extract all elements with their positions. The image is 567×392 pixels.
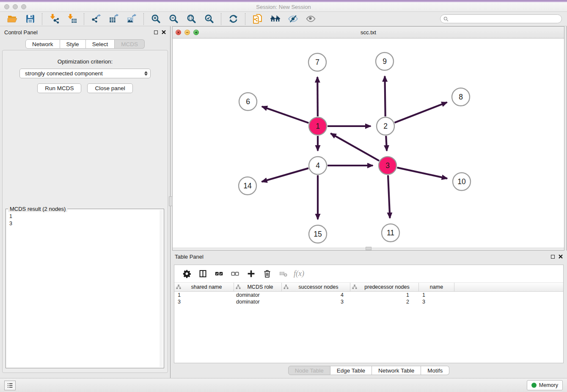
horizontal-divider-grip[interactable] [366, 247, 372, 250]
show-panels-button[interactable] [304, 13, 317, 25]
graph-edge-2-9[interactable] [385, 76, 385, 116]
table-row[interactable]: 3dominator323 [174, 298, 563, 305]
function-builder-button[interactable]: f(x) [294, 269, 304, 278]
show-column-panel-button[interactable] [196, 268, 209, 280]
run-mcds-button[interactable]: Run MCDS [37, 83, 81, 93]
delete-row-button[interactable] [261, 268, 273, 280]
export-table-button[interactable] [107, 13, 120, 25]
column-hierarchy-icon [236, 284, 241, 290]
show-networks-home-button[interactable] [269, 13, 281, 25]
import-table-button[interactable] [66, 13, 78, 25]
import-table-icon [67, 14, 77, 24]
float-panel-icon[interactable] [551, 255, 555, 259]
table-cell[interactable]: 2 [350, 299, 419, 305]
zoom-fit-icon [186, 14, 197, 24]
table-header-row: shared nameMCDS rolesuccessor nodesprede… [174, 283, 563, 292]
save-session-button[interactable] [24, 13, 36, 25]
tab-network[interactable]: Network [25, 39, 60, 49]
column-header-MCDS-role[interactable]: MCDS role [234, 283, 282, 291]
import-network-button[interactable] [48, 13, 61, 25]
select-all-button[interactable] [212, 268, 225, 280]
mcds-result-group: MCDS result (2 nodes) 13 [6, 209, 164, 368]
close-panel-icon[interactable] [162, 30, 166, 34]
table-cell[interactable]: 1 [174, 292, 234, 298]
task-history-button[interactable] [4, 381, 16, 390]
network-window-bottom [173, 248, 564, 250]
tab-network-table[interactable]: Network Table [372, 366, 421, 375]
unchecked-boxes-icon [231, 269, 239, 278]
list-icon [6, 382, 14, 389]
mcds-panel: Optimization criterion: strongly connect… [2, 50, 168, 373]
delete-table-button[interactable] [277, 268, 289, 280]
deselect-all-button[interactable] [228, 268, 241, 280]
trash-icon [263, 269, 272, 278]
graph-edge-2-3[interactable] [386, 136, 387, 151]
column-header-successor-nodes[interactable]: successor nodes [282, 283, 350, 291]
table-settings-button[interactable] [180, 268, 193, 280]
refresh-icon [228, 14, 239, 24]
optimization-dropdown[interactable]: strongly connected component [19, 69, 151, 78]
zoom-in-button[interactable] [149, 13, 162, 25]
result-scrollbar[interactable] [160, 210, 163, 367]
graph-edge-2-8[interactable] [394, 102, 447, 123]
mcds-result-title: MCDS result (2 nodes) [8, 206, 67, 212]
close-panel-icon[interactable] [559, 254, 563, 259]
table-cell[interactable]: 1 [350, 292, 419, 298]
table-cell[interactable]: 3 [174, 299, 234, 305]
open-session-button[interactable] [6, 13, 19, 25]
table-panel: Table Panel f(x) shared nameMCDS [171, 251, 567, 378]
graph-edge-3-1[interactable] [330, 133, 379, 161]
toolbar-divider [221, 13, 221, 25]
column-header-shared-name[interactable]: shared name [174, 283, 234, 291]
graph-edge-3-10[interactable] [397, 168, 447, 179]
export-network-icon [91, 14, 102, 24]
split-divider-grip[interactable] [169, 196, 173, 206]
export-network-button[interactable] [90, 13, 102, 25]
search-field[interactable] [440, 14, 562, 23]
search-input[interactable] [451, 16, 559, 22]
tab-motifs[interactable]: Motifs [421, 366, 449, 375]
table-cell[interactable]: 1 [419, 292, 454, 298]
column-hierarchy-icon [352, 284, 357, 290]
zoom-fit-button[interactable] [185, 13, 198, 25]
zoom-out-button[interactable] [167, 13, 180, 25]
network-canvas[interactable]: 7968124314101511 [173, 39, 564, 248]
tab-select[interactable]: Select [86, 39, 115, 49]
hide-panels-button[interactable] [286, 13, 299, 25]
graph-node-label-11: 11 [387, 229, 394, 237]
import-network-icon [49, 14, 60, 24]
table-row[interactable]: 1dominator411 [174, 292, 563, 298]
table-cell[interactable]: 4 [282, 292, 350, 298]
graph-node-label-4: 4 [316, 161, 320, 170]
table-cell[interactable]: dominator [234, 299, 282, 305]
graph-edge-4-14[interactable] [262, 168, 308, 182]
close-panel-button[interactable]: Close panel [87, 83, 132, 93]
graph-edge-1-7[interactable] [317, 77, 318, 116]
graph-node-label-15: 15 [314, 230, 322, 238]
export-image-button[interactable] [125, 13, 138, 25]
tab-node-table[interactable]: Node Table [288, 366, 330, 375]
float-panel-icon[interactable] [154, 30, 158, 34]
table-cell[interactable]: 3 [419, 299, 454, 305]
table-cell[interactable]: 3 [282, 299, 350, 305]
tab-mcds[interactable]: MCDS [115, 39, 145, 49]
apply-layout-button[interactable] [227, 13, 239, 25]
node-table[interactable]: shared nameMCDS rolesuccessor nodesprede… [174, 283, 563, 305]
result-line: 1 [9, 213, 160, 220]
add-row-button[interactable] [245, 268, 257, 280]
graph-edge-3-11[interactable] [388, 175, 390, 218]
zoom-selected-button[interactable] [203, 13, 215, 25]
table-cell[interactable]: dominator [234, 292, 282, 298]
duplicate-network-button[interactable] [251, 13, 264, 25]
tab-edge-table[interactable]: Edge Table [330, 366, 372, 375]
tab-style[interactable]: Style [60, 39, 86, 49]
graph-node-label-10: 10 [457, 177, 466, 186]
memory-button[interactable]: Memory [527, 380, 563, 390]
column-header-predecessor-nodes[interactable]: predecessor nodes [350, 283, 419, 291]
network-graph[interactable]: 7968124314101511 [173, 39, 562, 248]
column-header-name[interactable]: name [419, 283, 454, 291]
search-icon [443, 17, 449, 22]
graph-node-label-9: 9 [383, 57, 387, 66]
graph-edge-1-6[interactable] [262, 107, 308, 123]
network-window-titlebar[interactable]: scc.txt [173, 27, 564, 39]
